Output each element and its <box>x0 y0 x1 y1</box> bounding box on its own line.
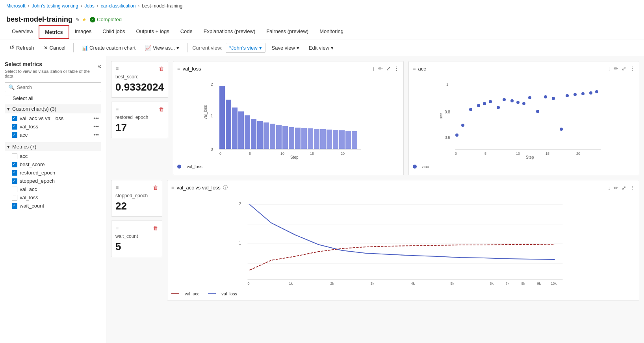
save-view-button[interactable]: Save view <box>269 43 303 52</box>
svg-rect-23 <box>333 130 338 149</box>
svg-point-49 <box>528 96 531 99</box>
chart-panel-val-acc-vs-val-loss: ≡ val_acc vs val_loss ⓘ 2 1 <box>167 180 639 300</box>
refresh-button[interactable]: Refresh <box>6 43 37 53</box>
svg-point-38 <box>455 133 458 137</box>
metric-more-button[interactable]: ••• <box>93 132 99 138</box>
tab-child-jobs[interactable]: Child jobs <box>97 25 130 39</box>
delete-card-button[interactable] <box>159 66 164 72</box>
metric-checkbox-val_acc[interactable] <box>12 187 17 192</box>
tab-metrics[interactable]: Metrics <box>39 25 69 39</box>
metric-checkbox-acc2[interactable] <box>12 154 17 159</box>
metric-more-button[interactable]: ••• <box>93 124 99 130</box>
delete-card-button[interactable] <box>153 225 158 231</box>
svg-text:6k: 6k <box>490 282 494 286</box>
tab-overview[interactable]: Overview <box>6 25 39 39</box>
group-metrics[interactable]: ▾ Metrics (7) <box>5 142 101 151</box>
metric-checkbox-best_score[interactable] <box>12 162 17 167</box>
svg-rect-24 <box>339 130 345 149</box>
list-item: val_acc <box>5 185 101 193</box>
tab-explanations[interactable]: Explanations (preview) <box>198 25 261 39</box>
metric-label: best_score <box>20 161 45 167</box>
metric-checkbox-restored_epoch[interactable] <box>12 170 17 176</box>
svg-text:1: 1 <box>239 241 241 245</box>
tab-monitoring[interactable]: Monitoring <box>314 25 349 39</box>
metric-more-button[interactable]: ••• <box>93 115 99 121</box>
legend-dot <box>413 165 417 169</box>
delete-card-button[interactable] <box>159 106 164 112</box>
collapse-panel-button[interactable]: « <box>98 63 101 70</box>
chart-drag-icon[interactable]: ≡ <box>177 66 180 72</box>
metric-checkbox-stopped_epoch[interactable] <box>12 178 17 184</box>
edit-combo-button[interactable] <box>614 185 618 191</box>
group-custom-charts[interactable]: ▾ Custom chart(s) (3) <box>5 104 101 113</box>
svg-text:10: 10 <box>516 152 520 156</box>
metric-label: wait_count <box>20 203 44 209</box>
chart-drag-icon[interactable]: ≡ <box>171 185 174 191</box>
status-badge: Completed <box>90 17 122 22</box>
more-chart-button[interactable] <box>394 65 399 72</box>
chart-title-text: acc <box>418 66 426 72</box>
drag-handle[interactable] <box>115 225 119 231</box>
more-acc-button[interactable] <box>629 65 635 72</box>
tab-code[interactable]: Code <box>175 25 198 39</box>
metric-checkbox-val_acc_vs_val_loss[interactable] <box>12 116 17 121</box>
expand-acc-button[interactable] <box>622 65 626 72</box>
panel-title: Select metrics <box>5 61 98 67</box>
svg-text:0.8: 0.8 <box>445 110 450 114</box>
drag-handle[interactable] <box>115 106 119 112</box>
svg-text:0.6: 0.6 <box>445 135 450 140</box>
metric-checkbox-val_loss2[interactable] <box>12 195 17 200</box>
select-all-checkbox[interactable] <box>5 96 10 101</box>
breadcrumb-workspace[interactable]: John's testing working <box>32 3 78 9</box>
more-combo-button[interactable] <box>629 185 635 191</box>
svg-text:1: 1 <box>446 82 449 87</box>
search-input[interactable] <box>17 85 98 90</box>
edit-acc-button[interactable] <box>614 65 618 72</box>
create-chart-button[interactable]: Create custom chart <box>78 43 139 52</box>
legend-label-val-loss: val_loss <box>221 291 237 296</box>
drag-handle[interactable] <box>115 65 119 72</box>
download-chart-button[interactable] <box>372 65 375 72</box>
tab-fairness[interactable]: Fairness (preview) <box>261 25 314 39</box>
current-view-dropdown[interactable]: *John's view <box>226 43 265 53</box>
expand-combo-button[interactable] <box>622 185 626 191</box>
breadcrumb-microsoft[interactable]: Microsoft <box>6 3 26 9</box>
download-combo-button[interactable] <box>608 185 611 191</box>
tab-images[interactable]: Images <box>69 25 97 39</box>
metric-checkbox-acc[interactable] <box>12 132 17 138</box>
toolbar: Refresh Cancel Create custom chart View … <box>0 39 644 56</box>
chart-drag-icon[interactable]: ≡ <box>413 66 416 72</box>
svg-rect-5 <box>219 86 225 149</box>
metric-checkbox-wait_count[interactable] <box>12 203 17 209</box>
breadcrumb-jobs[interactable]: Jobs <box>84 3 94 9</box>
card-value: 22 <box>115 200 158 212</box>
legend-label: acc <box>422 164 429 169</box>
cancel-button[interactable]: Cancel <box>41 43 69 52</box>
expand-chart-button[interactable] <box>386 65 391 72</box>
svg-text:5k: 5k <box>451 282 455 286</box>
edit-chart-button[interactable] <box>378 65 383 72</box>
svg-text:7k: 7k <box>506 282 510 286</box>
breadcrumb-car-classification[interactable]: car-classification <box>101 3 136 9</box>
chart-legend-combo: val_acc val_loss <box>171 291 635 296</box>
drag-handle[interactable] <box>115 184 119 191</box>
svg-text:2: 2 <box>211 82 213 87</box>
help-icon: ⓘ <box>223 184 228 191</box>
svg-rect-10 <box>251 119 256 149</box>
metric-checkbox-val_loss[interactable] <box>12 124 17 130</box>
tab-outputs-logs[interactable]: Outputs + logs <box>130 25 174 39</box>
edit-view-button[interactable]: Edit view <box>306 43 337 52</box>
edit-title-icon[interactable] <box>76 17 80 22</box>
delete-card-button[interactable] <box>153 185 158 191</box>
download-acc-button[interactable] <box>608 65 611 72</box>
custom-charts-items: val_acc vs val_loss ••• val_loss ••• acc… <box>5 114 101 139</box>
viewas-button[interactable]: View as... <box>142 43 182 52</box>
favorite-icon[interactable] <box>82 17 87 22</box>
right-content: best_score 0.9332024 restored_epoch 17 <box>106 56 644 343</box>
svg-text:5: 5 <box>249 152 251 156</box>
charts-row-2: stopped_epoch 22 wait_count 5 ≡ <box>111 180 639 300</box>
viewas-label: View as... <box>153 45 175 51</box>
current-view-label: Current view: <box>192 45 223 51</box>
svg-text:0: 0 <box>248 282 250 286</box>
svg-rect-16 <box>289 127 294 149</box>
